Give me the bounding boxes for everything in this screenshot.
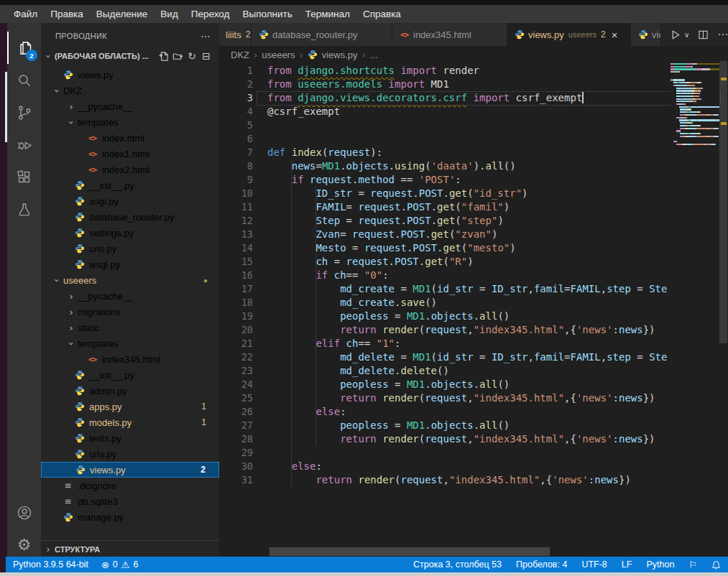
menu-item-Справка[interactable]: Справка (356, 5, 407, 23)
vertical-scrollbar[interactable] (719, 61, 727, 343)
search-button[interactable] (7, 64, 41, 96)
python-interpreter-status[interactable]: Python 3.9.5 64-bit (13, 559, 88, 570)
tree-item[interactable]: admin.py (41, 383, 219, 399)
dropdown-icon[interactable]: ∨ (684, 31, 689, 39)
problems-status[interactable]: ⊗0⚠6 (101, 559, 138, 570)
tab-database_roouter.py[interactable]: database_roouter.py (252, 23, 392, 46)
minimap-line (671, 119, 719, 121)
account-button[interactable] (7, 496, 41, 529)
refresh-icon[interactable]: ↻ (185, 49, 199, 63)
menu-item-Выделение[interactable]: Выделение (90, 5, 155, 23)
testing-button[interactable] (7, 193, 41, 226)
tree-item[interactable]: asgi.py (41, 193, 219, 209)
outline-section-header[interactable]: › СТРУКТУРА (41, 540, 219, 557)
code-line: 25 return render(request,"index345.html"… (219, 391, 671, 405)
python-icon (75, 243, 85, 254)
tree-item[interactable]: <>index1.html (41, 146, 219, 162)
run-icon[interactable] (670, 29, 681, 40)
tree-item[interactable]: __init__.py (41, 177, 219, 193)
line-number: 4 (219, 105, 253, 119)
breadcrumb-item[interactable]: ... (370, 50, 378, 60)
tree-item[interactable]: urls.py (41, 241, 219, 256)
menu-item-Переход[interactable]: Переход (185, 5, 236, 23)
split-editor-icon[interactable] (698, 29, 709, 40)
tab-label: vie (652, 29, 661, 40)
extensions-button[interactable] (7, 161, 41, 193)
outline-label: СТРУКТУРА (55, 545, 100, 554)
menu-item-Выполнить[interactable]: Выполнить (236, 5, 298, 23)
tab-count-badge: 2 (601, 29, 606, 40)
tree-item[interactable]: urls.py (41, 446, 219, 462)
menu-item-Терминал[interactable]: Терминал (299, 5, 356, 23)
more-actions-icon[interactable]: ⋯ (201, 30, 211, 42)
minimap-line (671, 141, 719, 142)
line-number: 27 (219, 419, 253, 432)
horizontal-scrollbar[interactable] (269, 547, 550, 556)
warning-count: 6 (133, 559, 138, 570)
breadcrumb-item[interactable]: views.py (308, 50, 358, 60)
tab-vie[interactable]: vie (631, 23, 661, 46)
menu-item-Правка[interactable]: Правка (44, 5, 90, 23)
tree-item[interactable]: manage.py (41, 509, 219, 525)
tab-liiits[interactable]: liiits2● (219, 23, 252, 46)
collapse-all-icon: ⊟ (202, 50, 211, 62)
breadcrumb-item[interactable]: DKZ (231, 50, 249, 60)
tree-item[interactable]: settings.py (41, 225, 219, 241)
tab-index345.html[interactable]: <>index345.html (392, 23, 507, 46)
explorer-button[interactable]: 2 (7, 32, 41, 64)
tree-item[interactable]: ›templates (41, 335, 219, 351)
feedback-icon[interactable]: ⚐ (688, 559, 697, 570)
tree-item[interactable]: __init__.py (41, 367, 219, 383)
code-line: 28 return render(request,"index345.html"… (219, 432, 671, 446)
cursor-position-status[interactable]: Строка 3, столбец 53 (413, 559, 502, 570)
bell-icon[interactable] (711, 560, 721, 570)
tree-item[interactable]: ›DKZ (41, 83, 219, 98)
tree-item[interactable]: models.py1 (41, 414, 219, 430)
workspace-section-header[interactable]: › (РАБОЧАЯ ОБЛАСТЬ) ... ↻⊟ (41, 47, 219, 65)
tree-item[interactable]: ›__pycache__ (41, 288, 219, 304)
line-number: 13 (219, 228, 253, 241)
new-file-icon[interactable] (156, 49, 170, 63)
breadcrumb: DKZ›useeers›views.py›... (219, 46, 728, 63)
code-editor[interactable]: 1from django.shortcuts import render2fro… (219, 64, 671, 487)
tree-item[interactable]: ›__pycache__ (41, 98, 219, 114)
source-control-button[interactable] (7, 96, 41, 129)
tree-item[interactable]: <>index.html (41, 130, 219, 146)
eol-status[interactable]: LF (622, 559, 632, 570)
tree-item[interactable]: tests.py (41, 430, 219, 446)
tree-item[interactable]: <>index345.html (41, 351, 219, 367)
breadcrumb-item[interactable]: useeers (262, 50, 295, 60)
menu-bar: ФайлПравкаВыделениеВидПереходВыполнитьТе… (0, 5, 728, 23)
tree-item[interactable]: apps.py1 (41, 399, 219, 414)
code-line-text: md_delete.delete() (253, 364, 449, 378)
collapse-all-icon[interactable]: ⊟ (199, 49, 213, 63)
tree-item[interactable]: views.py (41, 67, 219, 83)
html-icon: <> (399, 30, 410, 40)
tree-item[interactable]: ›templates (41, 114, 219, 130)
tree-item[interactable]: ≡db.sqlite3 (41, 493, 219, 509)
tree-item[interactable]: ›migrations (41, 304, 219, 320)
run-debug-button[interactable] (7, 129, 41, 161)
indentation-status[interactable]: Пробелов: 4 (516, 559, 567, 570)
settings-icon: ⚙ (17, 536, 32, 554)
tree-item[interactable]: <>index2.html (41, 162, 219, 177)
language-mode-status[interactable]: Python (646, 559, 674, 570)
tab-views.py[interactable]: views.pyuseeers2× (507, 23, 631, 46)
tree-item[interactable]: ≡.dcignore (41, 478, 219, 493)
tree-item[interactable]: database_roouter.py (41, 209, 219, 225)
encoding-status[interactable]: UTF-8 (581, 559, 607, 570)
code-line: 12 Step = request.POST.get("step") (219, 214, 671, 228)
file-tree: views.py›DKZ›__pycache__›templates<>inde… (41, 67, 219, 525)
tree-item[interactable]: views.py2 (41, 462, 219, 478)
more-icon[interactable]: ⋯ (717, 28, 728, 41)
menu-item-Файл[interactable]: Файл (7, 5, 44, 23)
minimap-line (671, 90, 719, 91)
tree-item[interactable]: wsgi.py (41, 256, 219, 272)
minimap-line (671, 103, 719, 105)
tree-item[interactable]: ›useeers● (41, 272, 219, 288)
tree-item[interactable]: ›static (41, 320, 219, 335)
new-folder-icon[interactable] (170, 49, 185, 63)
close-icon[interactable]: × (612, 29, 618, 41)
menu-item-Вид[interactable]: Вид (154, 5, 184, 23)
minimap[interactable] (671, 61, 719, 147)
